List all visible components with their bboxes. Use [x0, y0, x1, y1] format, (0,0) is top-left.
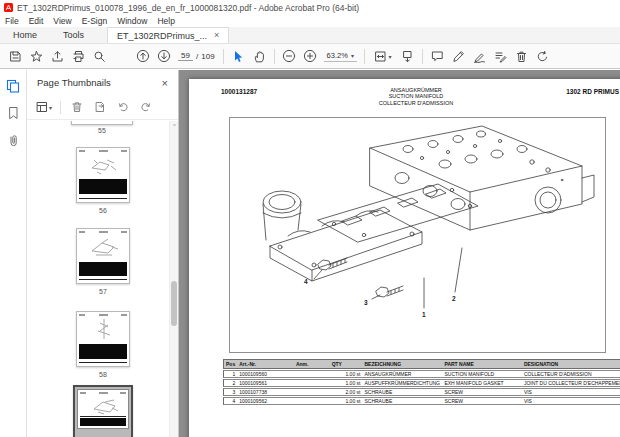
- cell-qty: 2.00 st: [330, 388, 363, 396]
- panel-title: Page Thumbnails: [37, 77, 111, 88]
- cell-anm: [294, 388, 330, 396]
- hand-tool-icon: [253, 50, 266, 63]
- menu-window[interactable]: Window: [112, 16, 152, 26]
- diagram-sketch: [90, 396, 122, 416]
- fit-width-icon: [374, 50, 388, 63]
- tab-tools[interactable]: Tools: [50, 27, 97, 43]
- rotate-cw-button[interactable]: [137, 99, 155, 116]
- menu-help[interactable]: Help: [152, 16, 179, 26]
- cell-qty: 1.00 st: [330, 379, 363, 387]
- rotate-ccw-button[interactable]: [114, 99, 132, 116]
- zoom-in-button[interactable]: [300, 47, 321, 66]
- page-navigation: / 109: [178, 51, 215, 61]
- table-row: 3 1000107738 2.00 st SCHRAUBE SCREW VIS: [223, 388, 620, 396]
- menu-view[interactable]: View: [48, 16, 76, 26]
- comment-button[interactable]: [427, 47, 448, 66]
- tab-close-icon[interactable]: ×: [214, 31, 219, 40]
- arrow-up-circle-icon: [136, 49, 150, 63]
- thumbnail-page-57[interactable]: [76, 228, 130, 284]
- thumbnail-page-56[interactable]: [76, 147, 130, 203]
- star-button[interactable]: [26, 47, 47, 66]
- print-button[interactable]: [68, 47, 89, 66]
- signature-pen-icon: [473, 50, 486, 63]
- share-button[interactable]: [47, 47, 68, 66]
- cell-pos: 3: [223, 388, 237, 396]
- panel-close-icon[interactable]: ×: [162, 77, 168, 89]
- star-icon: [30, 50, 43, 63]
- cell-bez: SCHRAUBE: [362, 388, 442, 396]
- tab-document[interactable]: ET_1302RDPrimus_... ×: [107, 27, 229, 43]
- page-number-input[interactable]: [178, 51, 193, 61]
- page-thumbnails-icon[interactable]: [6, 79, 20, 93]
- thumbnail-page-55[interactable]: [71, 121, 133, 125]
- bookmarks-icon[interactable]: [7, 106, 20, 120]
- fill-sign-button[interactable]: [490, 47, 511, 66]
- select-arrow-icon: [232, 50, 244, 63]
- edit-button[interactable]: [448, 47, 469, 66]
- cell-desig: VIS: [522, 388, 620, 396]
- panel-toolbar: ▾: [27, 95, 178, 120]
- delete-button[interactable]: [511, 47, 532, 66]
- thumbnail-page-59-selected[interactable]: [73, 385, 133, 437]
- window-title: ET_1302RDPrimus_010078_1996_de_en_fr_100…: [17, 3, 359, 13]
- search-button[interactable]: [89, 47, 110, 66]
- diagram-sketch: [92, 317, 116, 343]
- cell-art: 1000107738: [237, 388, 294, 396]
- document-canvas[interactable]: 1000131287 ANSAUGKRÜMMER SUCTION MANIFOL…: [179, 70, 620, 437]
- menu-file[interactable]: File: [0, 16, 24, 26]
- callout-2: 2: [452, 295, 456, 302]
- delete-pages-button[interactable]: [68, 99, 86, 116]
- zoom-out-button[interactable]: [279, 47, 300, 66]
- cell-part: SCREW: [442, 397, 521, 405]
- diagram-box: 1 2 3 4: [229, 117, 606, 353]
- chevron-down-icon: ▾: [388, 53, 391, 60]
- fit-width-button[interactable]: ▾: [369, 47, 397, 66]
- scroll-mode-button[interactable]: [397, 47, 418, 66]
- thumbnail-scrollbar[interactable]: ^: [169, 121, 178, 437]
- callout-4: 4: [304, 278, 308, 285]
- cell-part: SCREW: [442, 388, 521, 396]
- page-separator: /: [196, 52, 198, 61]
- trash-icon: [71, 101, 83, 113]
- table-row: 4 1000109562 1.00 st SCHRAUBE SCREW VIS: [223, 397, 620, 405]
- tab-document-label: ET_1302RDPrimus_...: [117, 31, 207, 41]
- menu-esign[interactable]: E-Sign: [77, 16, 113, 26]
- cell-pos: 2: [223, 379, 237, 387]
- page-total: 109: [201, 52, 214, 61]
- menu-edit[interactable]: Edit: [24, 16, 49, 26]
- scrollbar-up-icon[interactable]: ^: [171, 122, 178, 130]
- thumbnail-label-57: 57: [76, 288, 130, 295]
- select-tool-button[interactable]: [228, 47, 249, 66]
- header-qty: QTY: [330, 359, 363, 369]
- save-button[interactable]: [5, 47, 26, 66]
- chevron-down-icon: ▾: [49, 104, 52, 111]
- panel-header: Page Thumbnails ×: [27, 70, 178, 95]
- thumbnail-page-58[interactable]: [76, 311, 130, 367]
- thumbnail-options-button[interactable]: ▾: [35, 99, 53, 116]
- print-icon: [72, 50, 85, 63]
- cell-part: EXH MANIFOLD GASKET: [442, 379, 521, 387]
- document-model: 1302 RD PRIMUS: [537, 88, 619, 95]
- tab-home[interactable]: Home: [0, 27, 50, 43]
- previous-page-button[interactable]: [132, 47, 153, 66]
- acrobat-window: ET_1302RDPrimus_010078_1996_de_en_fr_100…: [0, 0, 620, 437]
- callout-1: 1: [422, 311, 426, 318]
- attachments-icon[interactable]: [7, 133, 20, 147]
- scrollbar-thumb[interactable]: [171, 281, 177, 326]
- cell-bez: AUSPUFFKRÜMMERDICHTUNG: [362, 379, 442, 387]
- next-page-button[interactable]: [153, 47, 174, 66]
- hand-tool-button[interactable]: [249, 47, 270, 66]
- thumbnail-label-55: 55: [75, 127, 129, 134]
- extract-pages-button[interactable]: [91, 99, 109, 116]
- header-part: PART NAME: [442, 359, 521, 369]
- zoom-out-icon: [282, 49, 296, 63]
- sign-button[interactable]: [469, 47, 490, 66]
- arrow-down-circle-icon: [157, 49, 171, 63]
- header-art: Art.-Nr.: [237, 359, 294, 369]
- cell-pos: 4: [223, 397, 237, 405]
- zoom-level-select[interactable]: 63.2% ▾: [324, 50, 357, 62]
- navigation-rail: [0, 70, 27, 437]
- pdf-page: 1000131287 ANSAUGKRÜMMER SUCTION MANIFOL…: [189, 79, 620, 437]
- rotate-button[interactable]: [532, 47, 553, 66]
- extract-page-icon: [94, 101, 106, 113]
